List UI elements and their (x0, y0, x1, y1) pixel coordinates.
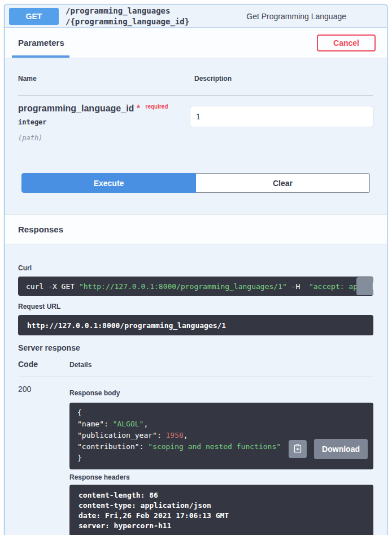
parameter-value-input[interactable] (190, 106, 373, 127)
download-button[interactable]: Download (314, 439, 368, 459)
parameters-table-head: Name Description (18, 75, 373, 83)
response-row: 200 Response body { "name": "ALGOL", "pu… (18, 377, 373, 535)
endpoint-path: /programming_languages /{programming_lan… (66, 6, 189, 26)
responses-title: Responses (18, 225, 63, 234)
response-headers-text: content-length: 86content-type: applicat… (79, 490, 364, 531)
parameter-type: integer (18, 118, 190, 126)
parameter-name: programming_language_id (18, 103, 134, 113)
execute-button-group: Execute Clear (21, 173, 370, 193)
responses-body: Curl curl -X GET "http://127.0.0.1:8000/… (5, 264, 387, 535)
parameter-location: (path) (18, 134, 190, 142)
column-header-code: Code (18, 360, 69, 369)
operation-block-get: GET /programming_languages /{programming… (4, 5, 387, 535)
response-body-block: { "name": "ALGOL", "publication_year": 1… (69, 403, 373, 469)
column-header-description: Description (194, 75, 373, 83)
column-header-details: Details (69, 361, 92, 369)
response-body-label: Response body (69, 389, 373, 397)
copy-curl-button[interactable] (356, 277, 373, 295)
request-url-label: Request URL (18, 303, 373, 310)
http-method-badge: GET (9, 8, 59, 25)
clipboard-icon (350, 277, 373, 296)
execute-button[interactable]: Execute (21, 173, 196, 193)
tab-active-underline (12, 55, 69, 58)
copy-response-button[interactable] (289, 440, 307, 458)
response-headers-label: Response headers (69, 473, 373, 481)
response-details: Response body { "name": "ALGOL", "public… (69, 385, 373, 535)
operation-summary[interactable]: GET /programming_languages /{programming… (5, 5, 387, 28)
parameter-row: programming_language_id * required integ… (18, 96, 373, 142)
curl-command-block: curl -X GET "http://127.0.0.1:8000/progr… (18, 277, 373, 296)
responses-section-header: Responses (5, 214, 387, 244)
request-url-block: http://127.0.0.1:8000/programming_langua… (18, 315, 373, 335)
parameter-description-cell (190, 103, 373, 142)
request-url-text: http://127.0.0.1:8000/programming_langua… (27, 321, 226, 330)
parameters-table: Name Description programming_language_id… (5, 58, 387, 142)
curl-command-text: curl -X GET "http://127.0.0.1:8000/progr… (26, 282, 373, 291)
curl-label: Curl (18, 264, 373, 272)
clear-button[interactable]: Clear (196, 173, 370, 193)
endpoint-path-line2: /{programming_language_id} (66, 16, 189, 27)
required-asterisk: * (137, 103, 140, 113)
required-label: required (146, 103, 168, 110)
operation-description: Get Programming Language (246, 12, 346, 21)
parameter-info: programming_language_id * required integ… (18, 103, 190, 142)
response-body-actions: Download (289, 439, 368, 459)
status-code: 200 (18, 385, 69, 535)
response-headers-block: content-length: 86content-type: applicat… (69, 485, 373, 535)
clipboard-icon (293, 444, 302, 455)
endpoint-path-line1: /programming_languages (66, 6, 189, 16)
response-table-head: Code Details (18, 360, 373, 377)
server-response-label: Server response (18, 343, 373, 352)
column-header-name: Name (18, 75, 194, 83)
parameter-name-line: programming_language_id * required (18, 103, 190, 114)
cancel-button[interactable]: Cancel (317, 34, 376, 51)
parameters-section-header: Parameters Cancel (5, 28, 387, 58)
tab-parameters[interactable]: Parameters (18, 38, 64, 48)
